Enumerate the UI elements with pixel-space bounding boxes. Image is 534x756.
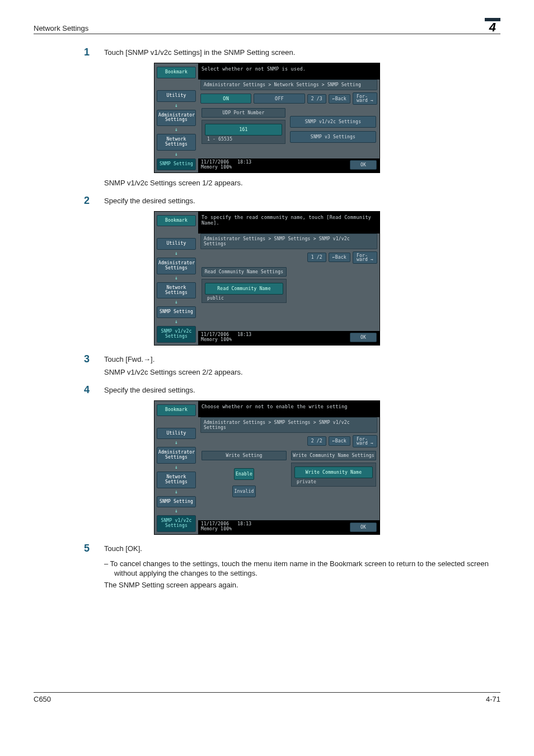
step-2-number: 2 [84, 195, 94, 207]
bookmark-button[interactable]: Bookmark [157, 215, 196, 227]
back-button[interactable]: ←Back [329, 436, 350, 446]
step-3-number: 3 [84, 353, 94, 376]
screenshot-1: Bookmark Utility ↓ Administrator Setting… [154, 63, 380, 173]
footer-right: 4-71 [486, 695, 500, 703]
step-2-text: Specify the desired settings. [104, 195, 500, 207]
nav-arrow-icon: ↓ [157, 464, 196, 470]
nav-arrow-icon: ↓ [157, 250, 196, 256]
status-datetime: 11/17/2006 18:13 Memory 100% [201, 522, 251, 532]
step-3-result: SNMP v1/v2c Settings screen 2/2 appears. [104, 368, 500, 376]
step-5-text: Touch [OK]. [104, 543, 500, 554]
nav-arrow-icon: ↓ [157, 151, 196, 157]
status-datetime: 11/17/2006 18:13 Memory 100% [201, 333, 251, 343]
back-button[interactable]: ←Back [329, 94, 350, 104]
nav-arrow-icon: ↓ [157, 440, 196, 445]
nav-arrow-icon: ↓ [157, 275, 196, 281]
enable-button[interactable]: Enable [234, 468, 254, 480]
breadcrumb: Administrator Settings > Network Setting… [200, 80, 377, 90]
nav-network[interactable]: Network Settings [157, 282, 196, 299]
breadcrumb: Administrator Settings > SNMP Settings >… [200, 417, 377, 433]
step-1-number: 1 [84, 46, 94, 58]
breadcrumb: Administrator Settings > SNMP Settings >… [200, 234, 377, 249]
read-community-value: public [205, 296, 283, 301]
status-datetime: 11/17/2006 18:13 Memory 100% [201, 160, 251, 170]
nav-utility[interactable]: Utility [157, 90, 196, 102]
nav-v1v2c[interactable]: SNMP v1/v2c Settings [157, 515, 196, 532]
snmp-v3-button[interactable]: SNMP v3 Settings [290, 131, 376, 143]
page-indicator: 2 /2 [307, 436, 326, 446]
write-setting-title: Write Setting [202, 451, 287, 460]
ok-button[interactable]: OK [350, 333, 377, 342]
off-tab[interactable]: OFF [254, 94, 305, 104]
nav-utility[interactable]: Utility [157, 428, 196, 440]
footer-left: C650 [34, 695, 51, 703]
nav-v1v2c[interactable]: SNMP v1/v2c Settings [157, 326, 196, 343]
screen-instruction: To specify the read community name, touc… [198, 212, 380, 234]
read-community-title: Read Community Name Settings [202, 267, 287, 277]
step-4-number: 4 [84, 384, 94, 396]
nav-arrow-icon: ↓ [157, 299, 196, 305]
nav-arrow-icon: ↓ [157, 508, 196, 514]
page-indicator: 1 /2 [307, 253, 326, 262]
read-community-button[interactable]: Read Community Name [205, 283, 283, 295]
ok-button[interactable]: OK [350, 160, 377, 170]
nav-network[interactable]: Network Settings [157, 134, 196, 151]
write-community-value: private [294, 479, 373, 484]
chapter-number: 4 [485, 18, 500, 34]
write-community-button[interactable]: Write Community Name [294, 466, 373, 478]
forward-button[interactable]: For- ward → [353, 251, 377, 264]
forward-button[interactable]: For- ward → [353, 435, 377, 447]
invalid-button[interactable]: Invalid [232, 486, 255, 497]
nav-arrow-icon: ↓ [157, 102, 196, 108]
step-1-result: SNMP v1/v2c Settings screen 1/2 appears. [104, 179, 500, 187]
nav-network[interactable]: Network Settings [157, 472, 196, 488]
nav-admin[interactable]: Administrator Settings [157, 258, 196, 274]
udp-port-title: UDP Port Number [202, 108, 285, 118]
page-indicator: 2 /3 [307, 94, 326, 104]
nav-arrow-icon: ↓ [157, 319, 196, 324]
screenshot-2: Bookmark Utility ↓ Administrator Setting… [154, 211, 380, 346]
bookmark-button[interactable]: Bookmark [157, 67, 196, 78]
back-button[interactable]: ←Back [329, 253, 350, 262]
nav-snmp[interactable]: SNMP Setting [157, 496, 196, 508]
step-5-note: – To cancel changes to the settings, tou… [104, 559, 500, 578]
step-5-number: 5 [84, 543, 94, 554]
nav-admin[interactable]: Administrator Settings [157, 110, 196, 127]
nav-utility[interactable]: Utility [157, 238, 196, 250]
nav-arrow-icon: ↓ [157, 489, 196, 494]
snmp-v1v2c-button[interactable]: SNMP v1/v2c Settings [290, 116, 376, 128]
udp-port-range: 1 - 65535 [205, 137, 282, 142]
step-5-result: The SNMP Setting screen appears again. [104, 581, 500, 589]
nav-admin[interactable]: Administrator Settings [157, 447, 196, 464]
udp-port-value[interactable]: 161 [205, 124, 282, 136]
page-header: Network Settings [34, 24, 88, 32]
screenshot-3: Bookmark Utility ↓ Administrator Setting… [154, 400, 380, 535]
step-1-text: Touch [SNMP v1/v2c Settings] in the SNMP… [104, 46, 500, 58]
screen-instruction: Select whether or not SNMP is used. [198, 63, 380, 80]
nav-snmp[interactable]: SNMP Setting [157, 306, 196, 318]
on-tab[interactable]: ON [200, 94, 251, 104]
step-3-text: Touch [Fwd.→]. [104, 355, 500, 363]
bookmark-button[interactable]: Bookmark [157, 404, 196, 416]
ok-button[interactable]: OK [350, 522, 377, 532]
nav-snmp[interactable]: SNMP Setting [157, 158, 196, 170]
write-community-title: Write Community Name Settings [291, 451, 376, 460]
screen-instruction: Choose whether or not to enable the writ… [198, 401, 380, 417]
nav-arrow-icon: ↓ [157, 127, 196, 132]
forward-button[interactable]: For- ward → [353, 92, 377, 105]
step-4-text: Specify the desired settings. [104, 384, 500, 396]
